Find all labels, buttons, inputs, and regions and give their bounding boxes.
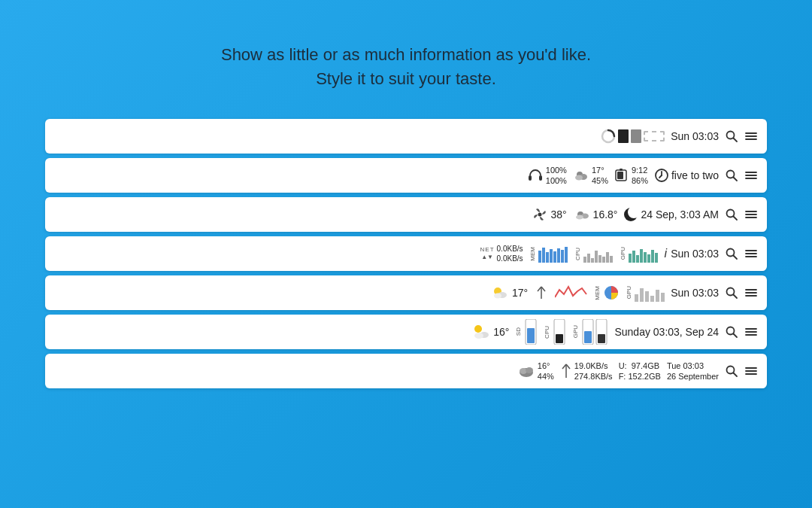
row5-datetime: Sun 03:03	[671, 287, 719, 299]
svg-rect-49	[629, 254, 632, 263]
row4-menu[interactable]	[744, 247, 758, 260]
row1-menu[interactable]	[744, 129, 758, 143]
svg-rect-13	[620, 169, 623, 171]
row5-temp: 17°	[512, 287, 528, 299]
row6-search[interactable]	[725, 325, 738, 339]
menu-icon-r4[interactable]	[744, 247, 758, 260]
svg-rect-35	[546, 252, 549, 263]
battery-pct: 86%	[632, 175, 648, 186]
sd-bar-chart	[524, 319, 538, 345]
row6-menu[interactable]	[744, 325, 758, 339]
row4-info: i Sun 03:03	[665, 247, 719, 260]
search-icon-r2[interactable]	[725, 169, 738, 182]
svg-rect-43	[591, 258, 594, 263]
mem-pie-chart	[603, 284, 620, 301]
row2-menu[interactable]	[744, 169, 758, 182]
battery-time: 9:12	[632, 165, 648, 175]
row7-storage: U: 97.4GB F: 152.2GB	[619, 360, 661, 382]
search-icon-r5[interactable]	[725, 286, 738, 300]
menubar-row-5: 17° MEM GPU	[45, 275, 767, 310]
svg-rect-56	[655, 253, 658, 263]
svg-point-82	[474, 333, 483, 339]
row4-datetime: Sun 03:03	[671, 248, 719, 260]
row1-search[interactable]	[725, 129, 738, 143]
svg-rect-52	[640, 249, 643, 263]
svg-rect-84	[527, 328, 535, 343]
menu-icon-r3[interactable]	[744, 208, 758, 221]
row5-search[interactable]	[725, 286, 738, 300]
svg-line-29	[734, 217, 738, 221]
solid-block-icon	[618, 129, 629, 143]
svg-line-16	[659, 175, 662, 178]
info-icon: i	[665, 247, 668, 260]
svg-rect-88	[584, 331, 592, 343]
cloud-icon-r7	[517, 363, 535, 379]
search-icon-r3[interactable]	[725, 208, 738, 221]
cloud-moon-icon	[573, 206, 591, 223]
net-label: NET ▲▼	[480, 246, 495, 262]
svg-rect-7	[539, 175, 542, 181]
cloud-temp: 16.8°	[593, 208, 618, 221]
row1-datetime: Sun 03:03	[671, 130, 719, 142]
weather-pct: 45%	[592, 175, 608, 186]
row7-time: Tue 03:03	[667, 360, 719, 371]
gpu-bar2-label: GPU	[572, 325, 579, 338]
svg-rect-55	[651, 250, 654, 263]
row4-search[interactable]	[725, 247, 738, 260]
row3-search[interactable]	[725, 208, 738, 221]
row7-menu[interactable]	[744, 364, 758, 378]
svg-rect-69	[635, 294, 638, 302]
row5-menu[interactable]	[744, 286, 758, 300]
svg-rect-40	[565, 247, 568, 263]
row5-weather: 17°	[490, 284, 528, 301]
row7-net-down: 274.8KB/s	[574, 371, 613, 382]
cpu-label: CPU	[574, 248, 581, 260]
row2-battery: 9:12 86%	[614, 165, 648, 187]
net-up: 0.0KB/s	[497, 244, 523, 254]
menu-icon-r6[interactable]	[744, 325, 758, 339]
row7-storage-free: F: 152.2GB	[619, 371, 661, 382]
svg-rect-12	[617, 172, 623, 179]
menu-icon-r2[interactable]	[744, 169, 758, 182]
svg-rect-70	[640, 288, 644, 302]
row7-datetime: Tue 03:03 26 September	[667, 360, 719, 382]
search-icon-r4[interactable]	[725, 247, 738, 260]
svg-rect-74	[661, 293, 665, 302]
svg-rect-37	[553, 251, 556, 263]
row7-humidity: 44%	[538, 371, 554, 382]
svg-point-22	[538, 213, 542, 217]
svg-rect-6	[529, 175, 532, 181]
weather-values: 17° 45%	[592, 165, 608, 187]
menubar-row-1: Sun 03:03	[45, 119, 767, 154]
net-arrow-r7	[560, 363, 572, 379]
search-icon-r6[interactable]	[725, 325, 738, 339]
dashed-rect-icon	[644, 131, 665, 141]
row6-gpu: GPU	[572, 319, 608, 345]
row2-search[interactable]	[725, 169, 738, 182]
cpu-wave-chart	[555, 284, 588, 302]
row3-menu[interactable]	[744, 208, 758, 221]
svg-rect-71	[645, 291, 649, 302]
svg-line-18	[734, 178, 738, 181]
menu-icon-r7[interactable]	[744, 364, 758, 378]
search-icon-r7[interactable]	[725, 364, 738, 378]
mem-label: MEM	[529, 247, 536, 261]
row5-mem-pie: MEM	[594, 284, 620, 301]
gpu-bar2-chart	[581, 319, 608, 345]
menu-icon[interactable]	[744, 129, 758, 143]
battery-icon	[614, 167, 629, 184]
row3-cloud: 16.8°	[573, 206, 618, 223]
row7-net-values: 19.0KB/s 274.8KB/s	[574, 360, 613, 382]
svg-rect-53	[644, 252, 647, 263]
row7-dt-values: Tue 03:03 26 September	[667, 360, 719, 382]
search-icon[interactable]	[725, 129, 738, 143]
net-down: 0.0KB/s	[497, 254, 523, 263]
svg-rect-34	[542, 248, 545, 263]
menu-icon-r5[interactable]	[744, 286, 758, 300]
sd-label: SD	[515, 327, 522, 336]
row7-search[interactable]	[725, 364, 738, 378]
row2-weather: 17° 45%	[573, 165, 608, 187]
row7-net: 19.0KB/s 274.8KB/s	[560, 360, 613, 382]
svg-rect-90	[598, 334, 605, 343]
svg-rect-44	[595, 251, 598, 263]
